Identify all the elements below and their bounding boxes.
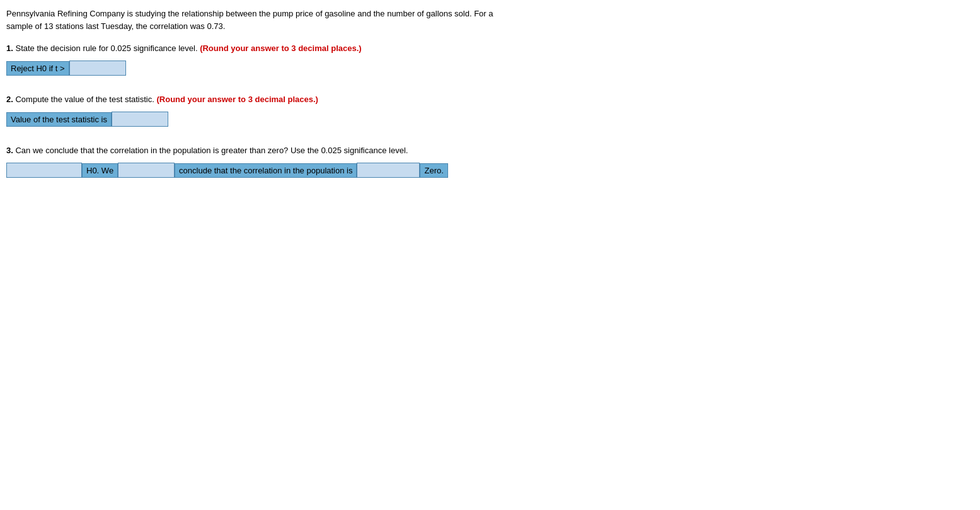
question-3-block: 3. Can we conclude that the correlation … — [6, 146, 974, 178]
question-2-block: 2. Compute the value of the test statist… — [6, 95, 974, 127]
q3-input-1[interactable] — [6, 163, 82, 178]
q3-zero-label: Zero. — [420, 163, 447, 178]
q1-answer-input[interactable] — [69, 61, 126, 76]
q1-reject-label: Reject H0 if t > — [6, 61, 69, 76]
q2-answer-row: Value of the test statistic is — [6, 112, 974, 127]
q2-answer-input[interactable] — [112, 112, 168, 127]
q3-answer-row: H0. We conclude that the correlation in … — [6, 163, 974, 178]
question-1-block: 1. State the decision rule for 0.025 sig… — [6, 43, 974, 76]
q1-highlight: (Round your answer to 3 decimal places.) — [200, 43, 361, 53]
q2-highlight: (Round your answer to 3 decimal places.) — [156, 95, 318, 104]
q3-label: 3. Can we conclude that the correlation … — [6, 146, 974, 155]
q3-h0-label: H0. We — [82, 163, 118, 178]
q1-answer-row: Reject H0 if t > — [6, 61, 974, 76]
q3-input-3[interactable] — [357, 163, 420, 178]
intro-text: Pennsylvania Refining Company is studyin… — [6, 8, 498, 32]
q3-input-2[interactable] — [118, 163, 175, 178]
q2-statistic-label: Value of the test statistic is — [6, 112, 112, 127]
q1-label: 1. State the decision rule for 0.025 sig… — [6, 43, 974, 53]
q3-conclude-label: conclude that the correlation in the pop… — [175, 163, 357, 178]
q2-label: 2. Compute the value of the test statist… — [6, 95, 974, 104]
